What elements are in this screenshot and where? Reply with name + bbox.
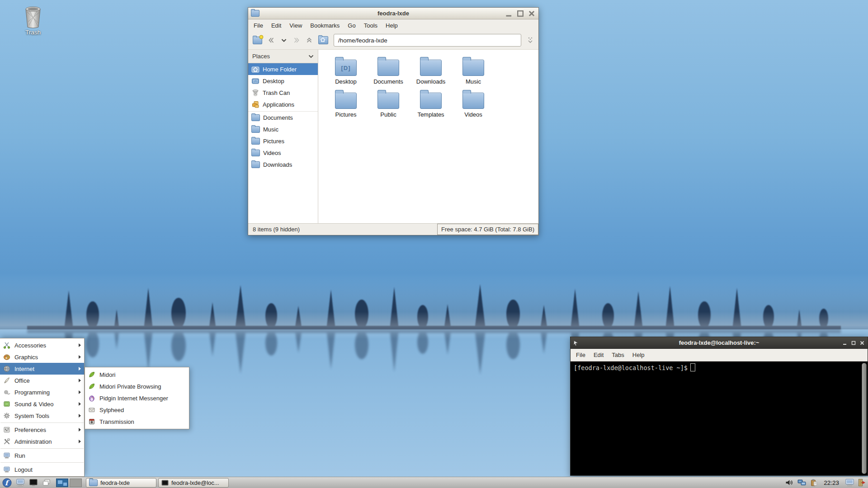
sidebar-item-applications[interactable]: Applications	[248, 99, 318, 112]
sidebar-item-trash-can[interactable]: Trash Can	[248, 87, 318, 99]
menu-item-internet[interactable]: Internet	[0, 363, 84, 375]
menu-item-sound-video[interactable]: Sound & Video	[0, 398, 84, 410]
network-icon[interactable]	[797, 479, 807, 486]
terminal-scrollbar[interactable]	[862, 363, 867, 474]
history-dropdown-icon[interactable]	[280, 37, 288, 44]
sidebar-item-downloads[interactable]: Downloads	[248, 159, 318, 170]
menu-item-logout[interactable]: Logout	[0, 464, 84, 475]
terminal-menu-help[interactable]: Help	[629, 350, 648, 360]
launcher-file-manager[interactable]	[14, 478, 26, 488]
sidebar-item-desktop[interactable]: Desktop	[248, 75, 318, 87]
folder-public[interactable]: Public	[367, 89, 410, 122]
clipboard-icon[interactable]	[810, 479, 818, 487]
folder-icon	[335, 93, 357, 109]
workspace-1[interactable]	[56, 479, 68, 487]
fm-menu-file[interactable]: File	[250, 21, 267, 30]
transmission-icon	[88, 418, 95, 425]
workspace-2[interactable]	[70, 479, 82, 487]
sidebar-item-documents[interactable]: Documents	[248, 112, 318, 123]
submenu-item-midori[interactable]: Midori	[85, 369, 189, 380]
fm-menu-go[interactable]: Go	[344, 21, 359, 30]
menu-item-system-tools[interactable]: System Tools	[0, 410, 84, 422]
forward-icon[interactable]	[293, 37, 300, 44]
volume-icon[interactable]	[785, 479, 794, 486]
folder-pictures[interactable]: Pictures	[325, 89, 367, 122]
sidebar-item-home-folder[interactable]: Home Folder	[248, 63, 318, 75]
submenu-arrow-icon	[79, 379, 81, 382]
folder-templates[interactable]: Templates	[410, 89, 452, 122]
home-icon[interactable]	[318, 36, 328, 44]
sidebar-item-label: Trash Can	[263, 89, 290, 96]
sidebar-item-label: Home Folder	[263, 66, 297, 73]
folder-documents[interactable]: Documents	[367, 56, 410, 89]
menu-item-preferences[interactable]: Preferences	[0, 424, 84, 436]
jump-to-icon[interactable]	[527, 37, 534, 44]
folder-music[interactable]: Music	[452, 56, 495, 89]
fm-close-icon[interactable]	[528, 10, 535, 17]
taskbar: f feodra-lxde feodra-lxde@loc... 22:23	[0, 477, 868, 488]
back-icon[interactable]	[268, 37, 275, 44]
places-selector[interactable]: Places	[248, 50, 318, 63]
terminal-menu-edit[interactable]: Edit	[590, 350, 607, 360]
folder-desktop[interactable]: Desktop	[325, 56, 367, 89]
fm-menu-help[interactable]: Help	[382, 21, 401, 30]
up-icon[interactable]	[306, 37, 313, 44]
clock[interactable]: 22:23	[824, 479, 839, 486]
fm-menu-edit[interactable]: Edit	[268, 21, 285, 30]
office-icon	[3, 377, 10, 384]
fm-menu-tools[interactable]: Tools	[360, 21, 381, 30]
submenu-item-pidgin[interactable]: Pidgin Internet Messenger	[85, 392, 189, 404]
submenu-arrow-icon	[79, 440, 81, 443]
menu-item-accessories[interactable]: Accessories	[0, 339, 84, 351]
fm-titlebar[interactable]: feodra-lxde	[248, 8, 538, 19]
submenu-item-sylpheed[interactable]: Sylpheed	[85, 404, 189, 416]
folder-icon	[251, 150, 260, 156]
sidebar-item-pictures[interactable]: Pictures	[248, 135, 318, 147]
submenu-item-transmission[interactable]: Transmission	[85, 416, 189, 427]
menu-item-run[interactable]: Run	[0, 450, 84, 461]
terminal-close-icon[interactable]	[860, 341, 864, 345]
sidebar-item-label: Desktop	[263, 78, 284, 84]
taskbar-task-file-manager[interactable]: feodra-lxde	[86, 478, 156, 488]
folder-downloads[interactable]: Downloads	[410, 56, 452, 89]
folder-icon	[335, 60, 357, 76]
screenlock-icon[interactable]	[845, 479, 854, 487]
pidgin-icon	[88, 394, 95, 402]
sidebar-item-videos[interactable]: Videos	[248, 147, 318, 159]
menu-item-administration[interactable]: Administration	[0, 436, 84, 447]
fm-menu-bookmarks[interactable]: Bookmarks	[307, 21, 343, 30]
submenu-item-midori-private[interactable]: Midori Private Browsing	[85, 380, 189, 392]
fm-menu-view[interactable]: View	[286, 21, 306, 30]
menu-item-office[interactable]: Office	[0, 375, 84, 386]
show-desktop-button[interactable]	[41, 478, 52, 488]
logout-door-icon[interactable]	[858, 479, 866, 487]
folder-icon	[377, 93, 399, 109]
new-tab-icon[interactable]	[253, 37, 262, 44]
path-input[interactable]: /home/feodra-lxde	[334, 34, 521, 47]
fm-maximize-icon[interactable]	[517, 10, 524, 17]
folder-videos[interactable]: Videos	[452, 89, 495, 122]
menu-button[interactable]: f	[1, 478, 13, 488]
fedora-logo-icon: f	[2, 478, 12, 488]
menu-item-programming[interactable]: Programming	[0, 386, 84, 398]
application-menu: Accessories Graphics Internet Office Pro…	[0, 338, 85, 477]
sound-video-icon	[3, 400, 10, 408]
desktop-trash-icon[interactable]: Trash	[16, 5, 50, 36]
home-folder-icon	[251, 65, 259, 73]
menu-separator	[0, 462, 84, 463]
submenu-arrow-icon	[79, 343, 81, 347]
places-label: Places	[252, 53, 270, 60]
menu-item-graphics[interactable]: Graphics	[0, 351, 84, 363]
task-label: feodra-lxde	[100, 479, 130, 486]
terminal-menu-tabs[interactable]: Tabs	[608, 350, 627, 360]
launcher-terminal[interactable]	[28, 478, 39, 488]
terminal-menu-file[interactable]: File	[572, 350, 589, 360]
terminal-maximize-icon[interactable]	[851, 341, 856, 345]
terminal-output[interactable]: [feodra-lxde@localhost-live ~]$	[571, 361, 868, 475]
fm-minimize-icon[interactable]	[505, 10, 513, 17]
terminal-minimize-icon[interactable]	[843, 341, 847, 345]
administration-icon	[3, 438, 10, 445]
sidebar-item-music[interactable]: Music	[248, 123, 318, 135]
terminal-titlebar[interactable]: feodra-lxde@localhost-live:~	[571, 337, 868, 349]
taskbar-task-terminal[interactable]: feodra-lxde@loc...	[158, 478, 229, 488]
